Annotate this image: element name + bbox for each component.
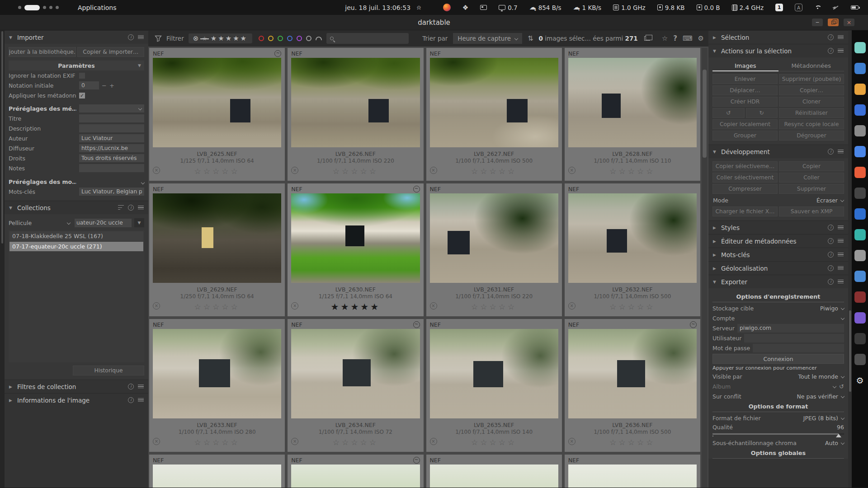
- star-rating[interactable]: ☆☆☆☆☆: [471, 167, 517, 176]
- clock[interactable]: jeu. 18 juil. 13:06:53: [345, 4, 410, 11]
- star-rating[interactable]: ☆☆☆☆☆: [194, 438, 240, 447]
- publisher-field[interactable]: [79, 144, 144, 152]
- module-reset-icon[interactable]: i: [828, 265, 834, 271]
- chevron-down-icon[interactable]: [141, 180, 145, 184]
- module-reset-icon[interactable]: i: [828, 34, 834, 40]
- dock-app-icon[interactable]: [854, 188, 866, 199]
- photo-thumbnail[interactable]: [568, 465, 697, 488]
- notification-bell-icon[interactable]: ⍾: [417, 4, 421, 11]
- slider-thumb[interactable]: [836, 434, 841, 437]
- color-label-blue-icon[interactable]: [287, 36, 292, 41]
- module-reset-icon[interactable]: i: [828, 252, 834, 258]
- photo-thumbnail[interactable]: [291, 58, 420, 147]
- reject-icon[interactable]: ×: [568, 438, 576, 445]
- image-thumbnail-cell[interactable]: NEF ~ × ☆☆☆☆☆: [426, 455, 562, 488]
- author-field[interactable]: [79, 134, 144, 142]
- color-label-red-icon[interactable]: [259, 36, 264, 41]
- collection-dropdown-button[interactable]: ▼: [134, 218, 144, 227]
- rotate-ccw-button[interactable]: ↺: [712, 108, 745, 118]
- chroma-dropdown[interactable]: Auto: [825, 440, 844, 446]
- increment-icon[interactable]: +: [109, 82, 114, 89]
- tray-monitor-load[interactable]: 0.7: [493, 4, 523, 11]
- delete-button[interactable]: Supprimer (poubelle): [779, 74, 844, 84]
- right-panel-scrollbar[interactable]: [848, 30, 852, 488]
- album-dropdown[interactable]: ↺: [833, 383, 844, 390]
- star-rating[interactable]: ☆☆☆☆☆: [609, 167, 655, 176]
- tray-net-up[interactable]: ☁↑1 KB/s: [567, 4, 608, 11]
- photo-thumbnail[interactable]: [291, 193, 420, 283]
- section-header-import[interactable]: ▼ Importer i: [5, 30, 148, 44]
- tray-disk-read[interactable]: 0.0 B: [691, 4, 726, 11]
- reject-filter-icon[interactable]: ⊗: [193, 34, 199, 42]
- reject-icon[interactable]: ×: [430, 438, 437, 445]
- sort-icon[interactable]: [118, 205, 124, 210]
- shortcuts-keyboard-icon[interactable]: ⌨: [683, 34, 693, 42]
- star-rating[interactable]: ☆☆☆☆☆: [471, 438, 517, 447]
- photo-thumbnail[interactable]: [430, 193, 558, 283]
- section-header-metadata-editor[interactable]: ▶ Éditeur de métadonnées i: [708, 234, 848, 248]
- account-dropdown[interactable]: [841, 317, 844, 319]
- photo-thumbnail[interactable]: [153, 465, 281, 488]
- reject-icon[interactable]: ×: [430, 302, 437, 310]
- visibility-dropdown[interactable]: Tout le monde: [798, 373, 844, 380]
- color-label-gray-icon[interactable]: [306, 36, 311, 41]
- star-rating[interactable]: ☆☆☆☆☆: [333, 438, 378, 447]
- image-thumbnail-cell[interactable]: NEF ~ LVB_2631.NEF 1/100 f/7,1 14,0mm IS…: [426, 183, 562, 316]
- color-label-yellow-icon[interactable]: [268, 36, 274, 41]
- section-header-history-stack[interactable]: ▼ Développement i: [708, 145, 848, 158]
- star-rating[interactable]: ☆☆☆☆☆: [194, 167, 240, 176]
- star-rating[interactable]: ☆☆☆☆☆: [609, 438, 655, 447]
- image-thumbnail-cell[interactable]: NEF ~ LVB_2635.NEF 1/100 f/7,1 14,0mm IS…: [426, 319, 562, 452]
- mode-dropdown[interactable]: Écraser: [816, 197, 844, 204]
- section-header-image-information[interactable]: ▶ Informations de l'image i: [5, 393, 148, 407]
- conflict-dropdown[interactable]: Ne pas vérifier: [797, 393, 844, 400]
- tray-screenshare[interactable]: [474, 5, 493, 10]
- apply-metadata-checkbox[interactable]: ✓: [79, 93, 85, 99]
- target-storage-dropdown[interactable]: Piwigo: [820, 305, 844, 312]
- module-presets-icon[interactable]: [838, 35, 844, 40]
- close-button[interactable]: ×: [844, 19, 854, 26]
- server-input[interactable]: [737, 324, 844, 333]
- module-reset-icon[interactable]: i: [828, 48, 834, 54]
- color-label-purple-icon[interactable]: [297, 36, 302, 41]
- module-presets-icon[interactable]: [838, 225, 844, 230]
- quality-slider[interactable]: [712, 432, 844, 437]
- reject-icon[interactable]: ×: [568, 302, 576, 310]
- dock-app-icon[interactable]: [854, 125, 866, 136]
- photo-thumbnail[interactable]: [153, 329, 281, 418]
- grid-scrollbar[interactable]: [702, 48, 708, 488]
- module-presets-icon[interactable]: [838, 280, 844, 284]
- dock-app-icon[interactable]: [854, 208, 866, 220]
- photo-thumbnail[interactable]: [568, 329, 697, 418]
- tray-wifi[interactable]: [808, 5, 826, 10]
- copy-all-button[interactable]: Copier: [779, 161, 844, 171]
- image-thumbnail-cell[interactable]: NEF ~ × ☆☆☆☆☆: [565, 455, 700, 488]
- tray-keyboard-layout[interactable]: 1: [769, 4, 789, 11]
- metadata-presets-dropdown[interactable]: [79, 104, 144, 113]
- workspace-indicator[interactable]: [18, 5, 59, 10]
- restore-button[interactable]: [828, 19, 839, 26]
- photo-thumbnail[interactable]: [291, 465, 420, 488]
- search-input[interactable]: [336, 35, 405, 42]
- module-reset-icon[interactable]: i: [828, 279, 834, 285]
- copy-button[interactable]: Copier…: [779, 85, 844, 95]
- title-field[interactable]: [79, 114, 144, 122]
- initial-rating-input[interactable]: [79, 81, 99, 89]
- scrollbar-handle[interactable]: [849, 310, 851, 392]
- ignore-exif-checkbox[interactable]: [79, 73, 85, 79]
- tray-memory[interactable]: 2.4 GHz: [726, 4, 769, 11]
- curve-filter-icon[interactable]: [316, 37, 322, 40]
- module-presets-icon[interactable]: [138, 35, 144, 40]
- module-presets-icon[interactable]: [838, 150, 844, 154]
- dock-app-icon[interactable]: [854, 250, 866, 261]
- dock-app-icon[interactable]: [854, 167, 866, 178]
- applications-menu[interactable]: Applications: [78, 4, 117, 11]
- collection-item[interactable]: 07-18-Klakkedelle 25 WSL (167): [9, 231, 143, 241]
- tab-metadata[interactable]: Métadonnées: [778, 61, 844, 71]
- collection-filter-input[interactable]: [75, 219, 132, 227]
- photo-thumbnail[interactable]: [568, 193, 697, 283]
- dock-app-icon[interactable]: [854, 84, 866, 95]
- section-header-selected-images[interactable]: ▼ Actions sur la sélection i: [708, 44, 848, 57]
- dock-app-icon[interactable]: [854, 42, 866, 53]
- module-presets-icon[interactable]: [138, 385, 144, 389]
